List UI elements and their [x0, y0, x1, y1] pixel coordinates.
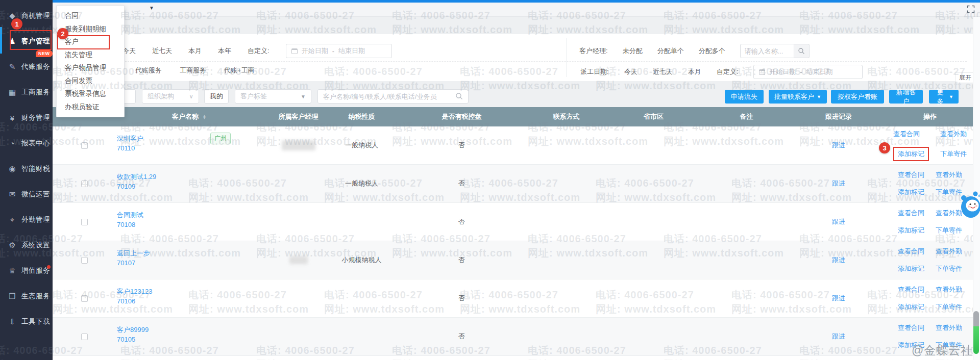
sidebar-item-代账服务[interactable]: ✎代账服务NEW [0, 54, 53, 80]
customer-code-link[interactable]: 70108 [117, 220, 135, 229]
sidebar-item-增值服务[interactable]: ♕增值服务 [0, 258, 53, 284]
action-link-查看合同[interactable]: 查看合同 [898, 247, 924, 256]
cell-customer-name: 收款测试1.2970109 [110, 165, 268, 202]
follow-link[interactable]: 跟进 [832, 179, 845, 188]
row-checkbox[interactable] [81, 333, 88, 340]
customer-name-link[interactable]: 客户123123 [117, 287, 152, 296]
action-link-下单寄件[interactable]: 下单寄件 [940, 149, 967, 159]
follow-link[interactable]: 跟进 [832, 217, 845, 226]
sidebar-item-工商服务[interactable]: ▦工商服务 [0, 80, 53, 105]
sidebar-item-商机管理[interactable]: ◆商机管理 [0, 3, 53, 29]
customer-code-link[interactable]: 70109 [117, 182, 135, 191]
action-link-查看合同[interactable]: 查看合同 [898, 170, 924, 179]
row-checkbox[interactable] [81, 142, 88, 149]
fullscreen-icon[interactable] [967, 5, 976, 14]
menu-item-办税员验证[interactable]: 办税员验证 [57, 100, 124, 114]
date-quick-option-本年[interactable]: 本年 [218, 46, 231, 56]
row-checkbox[interactable] [81, 295, 88, 302]
service-type-option-代账服务[interactable]: 代账服务 [135, 66, 162, 75]
manager-name-input[interactable] [740, 44, 794, 58]
customer-code-link[interactable]: 70105 [117, 335, 135, 344]
menu-item-票税登录信息[interactable]: 票税登录信息 [57, 87, 124, 100]
action-link-查看外勤[interactable]: 查看外勤 [936, 170, 962, 179]
menu-item-客户物品管理[interactable]: 客户物品管理 [57, 61, 124, 74]
mine-button[interactable]: 我的 [204, 89, 229, 104]
customer-name-link[interactable]: 返回上一步 [117, 248, 150, 258]
customer-name-link[interactable]: 客户89999 [117, 325, 149, 335]
action-link-添加标记[interactable]: 添加标记 [898, 302, 924, 312]
sidebar-item-报表中心[interactable]: ◔报表中心 [0, 131, 53, 156]
action-link-下单寄件[interactable]: 下单寄件 [936, 188, 962, 197]
menu-item-合同发票[interactable]: 合同发票 [57, 74, 124, 88]
cell-has-tax-device: 否 [395, 203, 528, 241]
toolbar-button-更多[interactable]: 更多▼ [929, 90, 959, 104]
service-type-option-工商服务[interactable]: 工商服务 [180, 66, 206, 75]
date-quick-option-本月[interactable]: 本月 [188, 46, 202, 56]
date-range-input[interactable]: 开始日期 - 结束日期 [286, 44, 392, 58]
customer-code-link[interactable]: 70107 [117, 258, 135, 268]
dispatch-date-range-input[interactable]: 开始日期 - 结束日期 [753, 65, 863, 79]
action-link-查看外勤[interactable]: 查看外勤 [936, 285, 962, 294]
sidebar-item-外勤管理[interactable]: ⌖外勤管理 [0, 207, 53, 233]
manager-option-分配单个[interactable]: 分配单个 [657, 46, 684, 56]
action-link-下单寄件[interactable]: 下单寄件 [936, 302, 962, 312]
row-checkbox[interactable] [81, 257, 88, 264]
customer-code-link[interactable]: 70110 [117, 143, 135, 153]
sidebar-item-工具下载[interactable]: ⇩工具下载 [0, 309, 53, 335]
follow-link[interactable]: 跟进 [832, 141, 845, 150]
search-icon[interactable] [455, 92, 463, 100]
action-link-查看合同[interactable]: 查看合同 [898, 323, 924, 332]
follow-link[interactable]: 跟进 [832, 255, 845, 265]
customer-name-link[interactable]: 深圳客户 [117, 134, 143, 143]
manager-option-分配多个[interactable]: 分配多个 [699, 46, 725, 56]
action-link-添加标记[interactable]: 添加标记 [898, 226, 924, 235]
customer-name-link[interactable]: 合同测试 [117, 210, 143, 220]
dispatch-quick-option-本月[interactable]: 本月 [688, 67, 701, 76]
dispatch-quick-option-近七天[interactable]: 近七天 [653, 67, 673, 76]
assistant-mascot[interactable] [960, 191, 980, 220]
action-link-查看外勤[interactable]: 查看外勤 [936, 209, 962, 218]
scrollbar-track[interactable] [973, 17, 980, 360]
toolbar-button-授权客户看账[interactable]: 授权客户看账 [831, 90, 884, 104]
action-link-下单寄件[interactable]: 下单寄件 [936, 264, 962, 273]
row-checkbox[interactable] [81, 181, 88, 187]
follow-link[interactable]: 跟进 [832, 332, 845, 341]
toolbar-button-批量联系客户[interactable]: 批量联系客户▼ [769, 90, 827, 104]
action-link-查看合同[interactable]: 查看合同 [898, 285, 924, 294]
column-header-label: 所属客户经理 [279, 112, 318, 121]
sidebar-item-系统设置[interactable]: ⚙系统设置 [0, 233, 53, 258]
sidebar-item-财务管理[interactable]: ¥财务管理 [0, 105, 53, 131]
action-link-查看外勤[interactable]: 查看外勤 [936, 323, 962, 332]
menu-item-流失管理[interactable]: 流失管理 [57, 48, 124, 62]
menu-item-合同[interactable]: 合同 [57, 9, 124, 22]
customer-code-link[interactable]: 70106 [117, 296, 135, 306]
sort-desc-icon[interactable]: ▼ [203, 117, 206, 119]
sidebar-item-智能财税[interactable]: ◉智能财税 [0, 156, 53, 182]
action-link-查看合同[interactable]: 查看合同 [898, 209, 924, 218]
action-link-添加标记[interactable]: 添加标记 [898, 188, 924, 197]
action-link-查看外勤[interactable]: 查看外勤 [940, 130, 967, 139]
action-link-添加标记[interactable]: 添加标记 [898, 150, 924, 158]
action-link-下单寄件[interactable]: 下单寄件 [936, 226, 962, 235]
cell-tax-type: 一般纳税人 [328, 165, 395, 202]
toolbar-button-新增客户[interactable]: 新增客户 [889, 90, 923, 104]
row-checkbox[interactable] [81, 219, 88, 225]
follow-link[interactable]: 跟进 [832, 294, 845, 303]
toolbar-button-申请流失[interactable]: 申请流失 [725, 90, 764, 104]
table-row: 合同测试70108否跟进查看合同查看外勤添加标记下单寄件 [53, 203, 973, 241]
dispatch-quick-option-今天[interactable]: 今天 [624, 67, 638, 76]
manager-search-button[interactable] [794, 44, 810, 58]
customer-tag-select[interactable]: 客户标签▼ [235, 89, 311, 104]
action-link-查看合同[interactable]: 查看合同 [893, 130, 929, 139]
menu-open-caret-icon[interactable]: ▼ [149, 5, 154, 11]
action-link-添加标记[interactable]: 添加标记 [898, 264, 924, 273]
manager-option-未分配[interactable]: 未分配 [623, 46, 643, 56]
org-structure-select[interactable]: 组织架构∨ [142, 89, 199, 104]
customer-name-link[interactable]: 收款测试1.29 [117, 172, 156, 182]
action-link-查看外勤[interactable]: 查看外勤 [936, 247, 962, 256]
sidebar-item-微信运营[interactable]: ✉微信运营 [0, 182, 53, 207]
date-quick-option-近七天[interactable]: 近七天 [152, 46, 172, 56]
service-type-option-代账+工商[interactable]: 代账+工商 [224, 66, 255, 75]
customer-search-input[interactable] [317, 89, 469, 104]
sidebar-item-生态服务[interactable]: ❒生态服务 [0, 284, 53, 309]
